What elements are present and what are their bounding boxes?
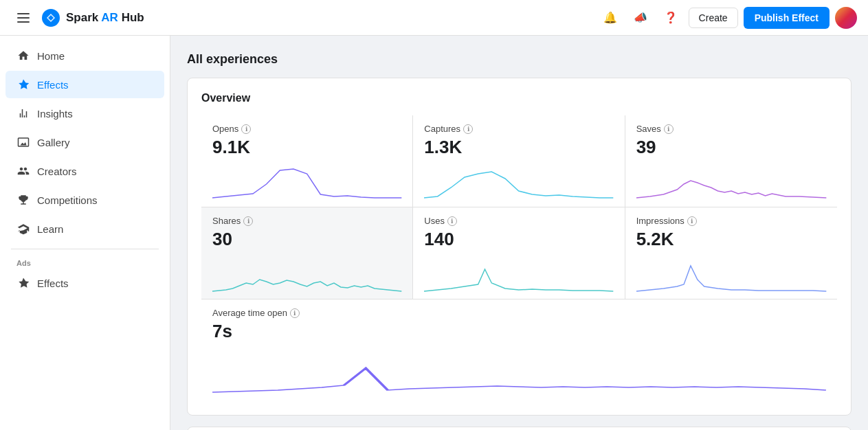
top-bar: Spark AR Hub 🔔 📣 ❓ Create Publish Effect [0, 0, 868, 36]
sidebar-label-home: Home [37, 50, 65, 62]
sidebar-item-learn[interactable]: Learn [5, 215, 164, 242]
learn-icon [16, 222, 30, 236]
metric-cell-impressions: Impressions ℹ 5.2K [625, 207, 837, 299]
avg-time-section: Average time open ℹ 7s [201, 299, 837, 401]
top-bar-right: 🔔 📣 ❓ Create Publish Effect [598, 5, 857, 30]
effects-icon [16, 78, 30, 91]
metric-cell-opens: Opens ℹ 9.1K [201, 115, 413, 207]
ads-section-label: Ads [0, 255, 170, 269]
spark-ar-logo [41, 8, 60, 27]
sidebar: Home Effects Insights Gallery Creators [0, 36, 170, 430]
creators-icon [16, 164, 30, 178]
captures-value: 1.3K [424, 137, 613, 158]
publish-effect-button[interactable]: Publish Effect [744, 7, 830, 29]
avg-time-info-icon[interactable]: ℹ [290, 308, 300, 318]
captures-chart [424, 163, 613, 201]
captures-info-icon[interactable]: ℹ [463, 124, 473, 134]
avatar[interactable] [835, 7, 857, 29]
impressions-label: Impressions ℹ [636, 216, 826, 226]
sidebar-divider [11, 249, 159, 249]
help-button[interactable]: ❓ [658, 5, 683, 30]
overview-title: Overview [201, 92, 837, 104]
uses-value: 140 [424, 229, 613, 250]
sidebar-item-gallery[interactable]: Gallery [5, 128, 164, 156]
metric-cell-captures: Captures ℹ 1.3K [413, 115, 625, 207]
ads-effects-icon [16, 276, 30, 290]
metric-row-2: Shares ℹ 30 Uses ℹ 14 [201, 207, 837, 299]
shares-label: Shares ℹ [212, 216, 401, 226]
notifications-button[interactable]: 🔔 [598, 5, 623, 30]
shares-value: 30 [212, 229, 401, 250]
top-bar-left: Spark AR Hub [11, 5, 144, 30]
sidebar-item-effects[interactable]: Effects [5, 71, 164, 98]
home-icon [16, 49, 30, 63]
impressions-value: 5.2K [636, 229, 826, 250]
shares-chart [212, 256, 401, 293]
gallery-icon [16, 135, 30, 149]
sidebar-label-creators: Creators [37, 166, 77, 177]
sidebar-label-effects: Effects [37, 79, 69, 91]
shares-info-icon[interactable]: ℹ [243, 216, 253, 226]
hamburger-button[interactable] [11, 5, 36, 30]
metric-cell-saves: Saves ℹ 39 [625, 115, 837, 207]
uses-info-icon[interactable]: ℹ [447, 216, 457, 226]
saves-chart [636, 163, 826, 201]
question-icon: ❓ [664, 11, 678, 24]
create-button[interactable]: Create [689, 8, 738, 28]
uses-chart [424, 256, 613, 293]
sidebar-item-creators[interactable]: Creators [5, 157, 164, 185]
sidebar-item-insights[interactable]: Insights [5, 100, 164, 127]
avg-time-value: 7s [212, 321, 826, 342]
sidebar-item-competitions[interactable]: Competitions [5, 186, 164, 214]
saves-value: 39 [636, 137, 826, 158]
hamburger-icon [14, 10, 32, 25]
sidebar-label-ads-effects: Effects [37, 278, 69, 289]
main-layout: Home Effects Insights Gallery Creators [0, 36, 868, 430]
saves-info-icon[interactable]: ℹ [664, 124, 674, 134]
competitions-icon [16, 193, 30, 207]
opens-value: 9.1K [212, 137, 401, 158]
captures-label: Captures ℹ [424, 124, 613, 134]
impressions-chart [636, 256, 826, 293]
megaphone-icon: 📣 [634, 11, 647, 24]
uses-label: Uses ℹ [424, 216, 613, 226]
sidebar-item-home[interactable]: Home [5, 42, 164, 69]
sidebar-label-gallery: Gallery [37, 137, 70, 148]
opens-label: Opens ℹ [212, 124, 401, 134]
bell-icon: 🔔 [603, 11, 617, 24]
opens-chart [212, 163, 401, 201]
metric-cell-uses: Uses ℹ 140 [413, 207, 625, 299]
saves-label: Saves ℹ [636, 124, 826, 134]
avg-time-label: Average time open ℹ [212, 308, 826, 318]
overview-card: Overview Opens ℹ 9.1K [187, 78, 852, 416]
sidebar-label-learn: Learn [37, 223, 63, 235]
page-title: All experiences [187, 52, 852, 67]
content-area: All experiences Overview Opens ℹ 9.1K [170, 36, 868, 430]
sidebar-label-competitions: Competitions [37, 194, 98, 206]
impressions-info-icon[interactable]: ℹ [687, 216, 697, 226]
opens-info-icon[interactable]: ℹ [241, 124, 251, 134]
metric-row-1: Opens ℹ 9.1K Captures ℹ [201, 115, 837, 207]
app-title: Spark AR Hub [66, 11, 144, 25]
avg-time-chart [212, 348, 826, 396]
second-card [187, 427, 852, 430]
sidebar-label-insights: Insights [37, 108, 73, 120]
sidebar-item-ads-effects[interactable]: Effects [5, 269, 164, 297]
metric-cell-shares: Shares ℹ 30 [201, 207, 413, 299]
announcements-button[interactable]: 📣 [628, 5, 653, 30]
insights-icon [16, 106, 30, 120]
